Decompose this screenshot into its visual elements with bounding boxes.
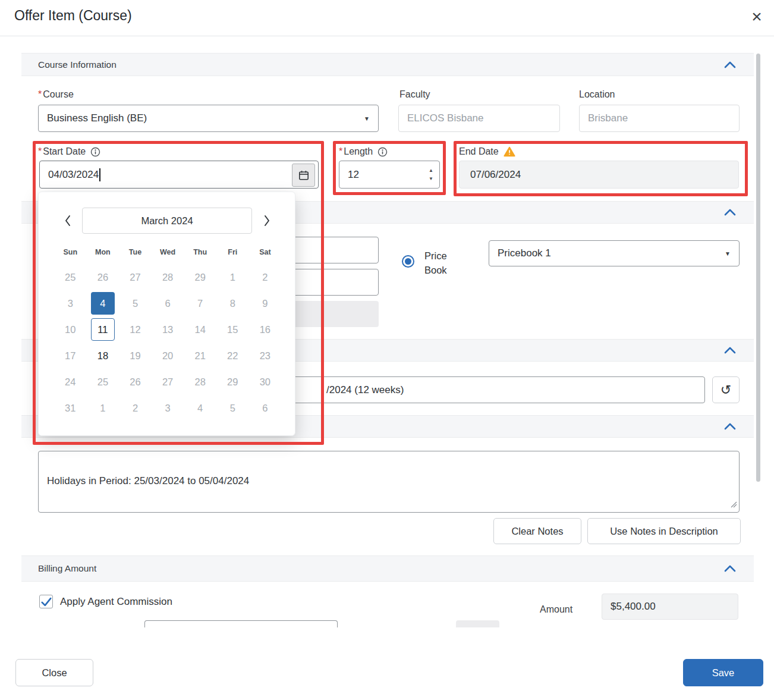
section-course-information[interactable]: Course Information: [21, 53, 754, 76]
calendar-day[interactable]: 13: [152, 316, 184, 343]
clear-notes-button[interactable]: Clear Notes: [493, 518, 581, 544]
faculty-label: Faculty: [399, 89, 430, 100]
calendar-day[interactable]: 7: [184, 290, 216, 316]
calendar-day[interactable]: 15: [216, 316, 249, 343]
price-book-radio[interactable]: [402, 255, 414, 268]
course-select[interactable]: Business English (BE) ▼: [38, 105, 379, 132]
calendar-day[interactable]: 29: [216, 369, 249, 395]
chevron-up-icon[interactable]: [724, 565, 736, 572]
calendar-day[interactable]: 9: [249, 290, 282, 316]
calendar-day[interactable]: 6: [249, 395, 282, 421]
resize-handle-icon[interactable]: [730, 500, 737, 510]
calendar-day[interactable]: 28: [184, 369, 216, 395]
calendar-day[interactable]: 21: [184, 343, 216, 369]
notes-textarea[interactable]: Holidays in Period: 25/03/2024 to 05/04/…: [38, 451, 740, 513]
chevron-up-icon[interactable]: [724, 423, 736, 430]
calendar-month-label[interactable]: March 2024: [82, 208, 252, 234]
check-icon: [40, 597, 52, 607]
calendar-day[interactable]: 3: [54, 290, 87, 316]
pricebook-select[interactable]: Pricebook 1 ▼: [489, 240, 740, 266]
apply-agent-commission-label: Apply Agent Commission: [60, 596, 172, 608]
calendar-day[interactable]: 2: [119, 395, 152, 421]
calendar-day-number: 6: [253, 397, 277, 419]
calendar-day[interactable]: 26: [87, 264, 119, 290]
stepper-arrows[interactable]: ▲ ▼: [429, 168, 433, 181]
calendar-day[interactable]: 4: [184, 395, 216, 421]
chevron-up-icon[interactable]: [724, 209, 736, 216]
save-button[interactable]: Save: [683, 659, 763, 686]
calendar-day-number: 7: [188, 292, 212, 315]
start-date-input[interactable]: 04/03/2024: [39, 161, 319, 189]
calendar-day[interactable]: 1: [216, 264, 249, 290]
calendar-day[interactable]: 29: [184, 264, 216, 290]
calendar-day[interactable]: 10: [54, 316, 87, 343]
section-billing-amount[interactable]: Billing Amount: [21, 555, 754, 582]
calendar-day[interactable]: 1: [87, 395, 119, 421]
apply-agent-commission-checkbox[interactable]: [39, 595, 53, 608]
calendar-day[interactable]: 25: [54, 264, 87, 290]
calendar-day-number: 11: [91, 318, 115, 341]
calendar-day[interactable]: 18: [87, 343, 119, 369]
course-label: * Course: [38, 89, 74, 100]
calendar-day[interactable]: 17: [54, 343, 87, 369]
calendar-day-number: 19: [123, 344, 147, 367]
calendar-day[interactable]: 27: [152, 369, 184, 395]
stepper-down-icon[interactable]: ▼: [429, 177, 433, 181]
calendar-day-number: 26: [91, 266, 115, 288]
close-button[interactable]: Close: [15, 659, 93, 686]
calendar-day[interactable]: 4: [87, 290, 119, 316]
price-book-radio-label: Price Book: [424, 249, 461, 277]
calendar-picker-button[interactable]: [292, 164, 315, 187]
calendar-day[interactable]: 31: [54, 395, 87, 421]
calendar-weekday: Mon: [87, 248, 119, 256]
stepper-up-icon[interactable]: ▲: [429, 168, 433, 173]
calendar-day-number: 3: [156, 397, 180, 419]
calendar-day[interactable]: 24: [54, 369, 87, 395]
calendar-day[interactable]: 5: [119, 290, 152, 316]
calendar-day[interactable]: 2: [249, 264, 282, 290]
calendar-day-number: 16: [253, 318, 277, 341]
calendar-day[interactable]: 28: [152, 264, 184, 290]
cutoff-disabled-field: [456, 620, 499, 627]
calendar-day[interactable]: 27: [119, 264, 152, 290]
use-notes-in-description-button[interactable]: Use Notes in Description: [587, 518, 741, 544]
recalculate-button[interactable]: ↺: [712, 376, 740, 403]
calendar-day[interactable]: 25: [87, 369, 119, 395]
required-marker: *: [38, 89, 42, 100]
calendar-day[interactable]: 19: [119, 343, 152, 369]
calendar-day-number: 6: [156, 292, 180, 315]
calendar-day[interactable]: 6: [152, 290, 184, 316]
amount-input: $5,400.00: [602, 594, 738, 620]
faculty-input: ELICOS Bisbane: [398, 105, 560, 132]
calendar-day[interactable]: 8: [216, 290, 249, 316]
calendar-day-number: 1: [91, 397, 115, 419]
calendar-day-number: 25: [91, 371, 115, 393]
calendar-day[interactable]: 11: [87, 316, 119, 343]
calendar-day-number: 28: [188, 371, 212, 393]
chevron-left-icon: [64, 215, 71, 227]
calendar-day[interactable]: 30: [249, 369, 282, 395]
calendar-weekday: Wed: [152, 248, 184, 256]
calendar-day[interactable]: 20: [152, 343, 184, 369]
chevron-up-icon[interactable]: [724, 61, 736, 68]
calendar-day[interactable]: 5: [216, 395, 249, 421]
calendar-day[interactable]: 26: [119, 369, 152, 395]
calendar-day[interactable]: 23: [249, 343, 282, 369]
calendar-day[interactable]: 14: [184, 316, 216, 343]
info-icon: [377, 147, 388, 157]
cutoff-input[interactable]: [144, 620, 338, 627]
calendar-day[interactable]: 12: [119, 316, 152, 343]
scrollbar[interactable]: [756, 54, 760, 482]
calendar-next-month-button[interactable]: [256, 208, 278, 234]
calendar-day-number: 25: [58, 266, 82, 288]
calendar-prev-month-button[interactable]: [56, 208, 79, 234]
chevron-up-icon[interactable]: [724, 347, 736, 354]
calendar-day[interactable]: 22: [216, 343, 249, 369]
calendar-day[interactable]: 3: [152, 395, 184, 421]
calendar-day-number: 26: [123, 371, 147, 393]
date-picker-popup: March 2024 SunMonTueWedThuFriSat 2526272…: [38, 192, 295, 436]
duration-summary-text: /2024 (12 weeks): [326, 384, 404, 396]
length-stepper[interactable]: 12 ▲ ▼: [339, 161, 440, 189]
close-icon[interactable]: ×: [744, 4, 769, 29]
calendar-day[interactable]: 16: [249, 316, 282, 343]
